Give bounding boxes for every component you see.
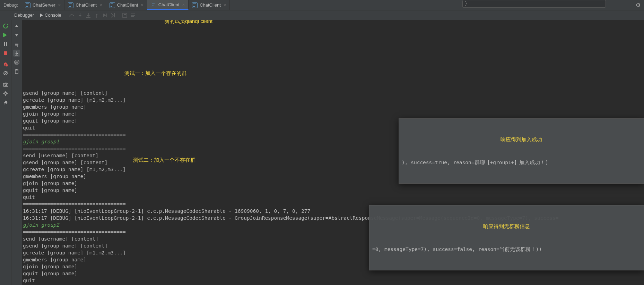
- tooltip-success-body: ), success=true, reason=群聊【+group1+】加入成功…: [402, 159, 641, 166]
- svg-rect-3: [123, 13, 127, 17]
- run-gutter: [0, 20, 11, 285]
- up-icon[interactable]: [13, 23, 20, 30]
- svg-rect-0: [86, 17, 90, 18]
- run-config-icon: [110, 2, 115, 8]
- tooltip-success-title: 响应得到加入成功: [402, 136, 641, 143]
- run-tab[interactable]: ChatClient×: [147, 0, 189, 10]
- scroll-to-end-icon[interactable]: [13, 50, 20, 57]
- down-icon[interactable]: [13, 32, 20, 39]
- console-output[interactable]: 新的成员qianqi client 测试一：加入一个存在的群 测试二：加入一个不…: [22, 20, 644, 285]
- console-line: quit: [23, 277, 644, 284]
- console-line: gjoin [group name]: [23, 110, 644, 117]
- console-gutter: [11, 20, 22, 285]
- drop-frame-icon[interactable]: [102, 12, 108, 18]
- svg-rect-9: [4, 42, 5, 46]
- svg-rect-24: [15, 70, 18, 74]
- svg-rect-22: [15, 61, 19, 63]
- camera-icon[interactable]: [2, 81, 9, 88]
- close-icon[interactable]: ×: [99, 2, 102, 8]
- tooltip-fail-title: 响应得到无群聊信息: [372, 223, 641, 230]
- body-columns: 新的成员qianqi client 测试一：加入一个存在的群 测试二：加入一个不…: [0, 20, 644, 285]
- svg-rect-20: [15, 55, 18, 56]
- pause-icon[interactable]: [2, 41, 9, 48]
- resume-icon[interactable]: [2, 32, 9, 39]
- play-icon: [40, 14, 43, 17]
- debug-label: Debug:: [0, 0, 21, 10]
- svg-rect-8: [3, 33, 4, 37]
- rerun-icon[interactable]: [2, 23, 9, 30]
- svg-point-17: [5, 84, 7, 86]
- svg-rect-5: [131, 14, 135, 14]
- debug-subbar: Debugger Console: [0, 10, 644, 20]
- run-tab[interactable]: ChatClient×: [64, 0, 106, 10]
- svg-rect-11: [4, 51, 7, 55]
- run-config-icon: [68, 2, 73, 8]
- console-line: gquit [group name]: [23, 270, 644, 277]
- force-step-into-icon[interactable]: [85, 12, 92, 18]
- debugger-tab[interactable]: Debugger: [11, 11, 37, 20]
- close-icon[interactable]: ×: [58, 2, 61, 8]
- svg-point-19: [5, 92, 7, 94]
- svg-rect-1: [106, 14, 107, 17]
- tooltip-success: 响应得到加入成功 ), success=true, reason=群聊【+gro…: [399, 118, 644, 184]
- tooltip-fail-body: =0, messageType=7), success=false, reaso…: [372, 246, 641, 253]
- run-tab-label: ChatServer: [33, 2, 55, 8]
- step-over-icon[interactable]: [69, 12, 75, 18]
- run-tab[interactable]: ChatClient×: [106, 0, 147, 10]
- svg-rect-6: [131, 15, 135, 16]
- svg-rect-18: [5, 83, 7, 83]
- tooltip-fail: 响应得到无群聊信息 =0, messageType=7), success=fa…: [369, 205, 644, 270]
- close-icon[interactable]: ×: [141, 2, 143, 8]
- svg-rect-10: [6, 42, 7, 46]
- run-config-icon: [151, 2, 156, 7]
- annotation-3: 测试二：加入一个不存在群: [133, 157, 195, 164]
- svg-rect-4: [124, 14, 126, 15]
- close-icon[interactable]: ×: [224, 2, 226, 8]
- console-line: gquit [group name]: [23, 187, 644, 194]
- run-config-icon: [25, 2, 31, 8]
- settings-icon[interactable]: [2, 90, 9, 97]
- run-tab[interactable]: ChatServer×: [21, 0, 64, 10]
- console-line: quit: [23, 194, 644, 201]
- run-tab-label: ChatClient: [200, 2, 221, 8]
- step-into-icon[interactable]: [77, 12, 83, 18]
- search-pill[interactable]: }: [462, 0, 606, 8]
- close-icon[interactable]: ×: [182, 2, 185, 7]
- soft-wrap-icon[interactable]: [13, 41, 20, 48]
- print-icon[interactable]: [13, 59, 20, 66]
- console-line: gcreate [group name] [m1,m2,m3...]: [23, 97, 644, 103]
- run-to-cursor-icon[interactable]: [110, 12, 116, 18]
- run-tab-label: ChatClient: [158, 2, 180, 7]
- annotation-2: 测试一：加入一个存在的群: [124, 70, 187, 77]
- gear-icon[interactable]: ⚙: [636, 2, 641, 8]
- debug-tabstrip: Debug: ChatServer×ChatClient×ChatClient×…: [0, 0, 644, 10]
- svg-rect-26: [16, 69, 17, 69]
- run-tab-label: ChatClient: [117, 2, 138, 8]
- svg-rect-2: [114, 13, 115, 17]
- annotation-1: 新的成员qianqi client: [164, 20, 212, 25]
- svg-rect-7: [131, 16, 134, 17]
- stop-icon[interactable]: [2, 50, 9, 57]
- step-out-icon[interactable]: [94, 12, 100, 18]
- run-config-icon: [192, 2, 198, 8]
- trace-icon[interactable]: [130, 12, 136, 18]
- view-breakpoints-icon[interactable]: [2, 61, 9, 68]
- run-tab-label: ChatClient: [76, 2, 97, 8]
- console-tab-label: Console: [45, 12, 61, 18]
- console-tab[interactable]: Console: [37, 12, 64, 18]
- run-tab[interactable]: ChatClient×: [189, 0, 230, 10]
- svg-point-13: [5, 64, 8, 67]
- svg-rect-25: [15, 69, 18, 70]
- console-line: gsend [group name] [content]: [23, 90, 644, 97]
- pin-icon[interactable]: [2, 99, 9, 106]
- clear-icon[interactable]: [13, 68, 20, 75]
- evaluate-icon[interactable]: [122, 12, 128, 18]
- console-line: gmembers [group name]: [23, 103, 644, 110]
- mute-breakpoints-icon[interactable]: [2, 70, 9, 77]
- separator: [119, 12, 119, 18]
- separator: [66, 12, 66, 18]
